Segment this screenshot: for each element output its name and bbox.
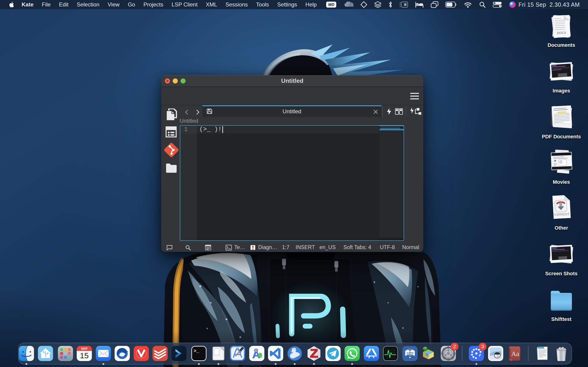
svg-text:DIGITAL: DIGITAL (407, 354, 413, 356)
svg-text:WD: WD (328, 3, 334, 7)
svg-text:>_: >_ (194, 348, 199, 354)
svg-text:DOCX: DOCX (557, 31, 566, 35)
svg-text:ALKITAB: ALKITAB (406, 352, 414, 354)
svg-text:Aa: Aa (511, 350, 519, 357)
svg-text:SEP: SEP (81, 347, 87, 350)
svg-text:15: 15 (80, 351, 89, 360)
